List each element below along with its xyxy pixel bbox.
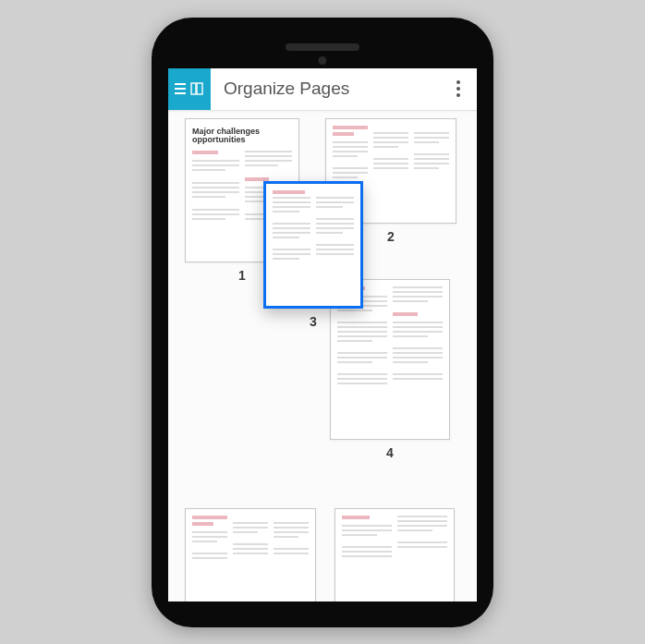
page-number: 1: [238, 268, 246, 283]
page-thumb-6[interactable]: [335, 508, 455, 601]
page-thumb-5[interactable]: [185, 508, 316, 601]
page-grid[interactable]: Major challenges opportunities: [168, 111, 477, 601]
app-bar: Organize Pages: [168, 68, 477, 111]
hamburger-icon: [175, 83, 186, 94]
dots-vertical-icon: [456, 80, 460, 84]
phone-frame: Organize Pages Major challenges opportun…: [152, 18, 493, 627]
document-icon: [189, 81, 204, 96]
page-title: Organize Pages: [211, 79, 440, 99]
page-thumb-3-dragging[interactable]: 3: [263, 181, 363, 329]
page-heading: Major challenges opportunities: [192, 128, 292, 146]
more-options-button[interactable]: [440, 68, 477, 111]
menu-button[interactable]: [168, 68, 211, 111]
svg-rect-0: [191, 83, 196, 94]
page-number: 2: [387, 229, 395, 244]
phone-speaker: [286, 43, 359, 51]
app-screen: Organize Pages Major challenges opportun…: [168, 68, 477, 601]
page-number: 3: [310, 314, 317, 329]
phone-camera: [319, 56, 327, 65]
page-number: 4: [386, 445, 394, 460]
svg-rect-1: [197, 83, 202, 94]
